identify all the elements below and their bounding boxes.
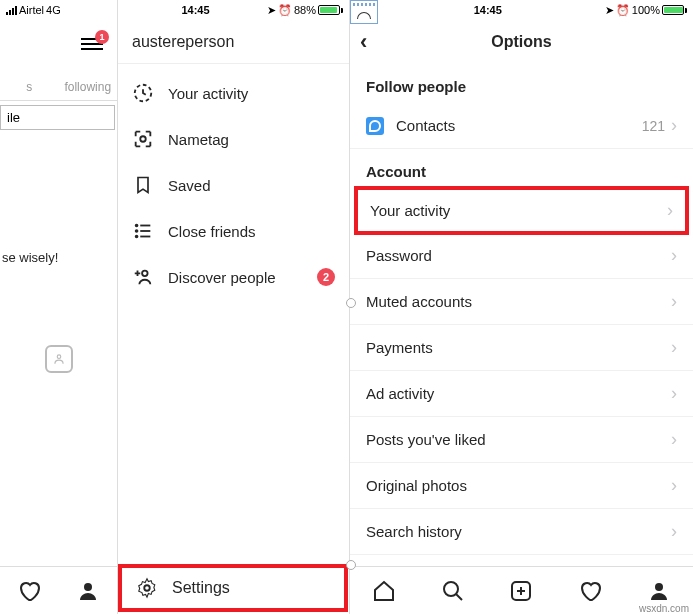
divider-handle xyxy=(346,298,356,308)
battery-pct: 100% xyxy=(632,4,660,16)
row-search-history[interactable]: Search history › xyxy=(350,509,693,555)
alarm-icon: ⏰ xyxy=(616,4,630,17)
chevron-right-icon: › xyxy=(671,245,677,266)
row-label: Password xyxy=(366,247,671,264)
row-label: Ad activity xyxy=(366,385,671,402)
search-icon[interactable] xyxy=(441,579,465,603)
menu-nametag[interactable]: Nametag xyxy=(118,116,349,162)
partial-input[interactable]: ile xyxy=(0,105,115,130)
nav-arrow-icon: ➤ xyxy=(605,4,614,17)
add-post-icon[interactable] xyxy=(509,579,533,603)
menu-label: Discover people xyxy=(168,269,276,286)
home-icon[interactable] xyxy=(372,579,396,603)
chevron-right-icon: › xyxy=(671,337,677,358)
row-password[interactable]: Password › xyxy=(350,233,693,279)
status-bar: Airtel 4G xyxy=(0,0,117,20)
row-muted-accounts[interactable]: Muted accounts › xyxy=(350,279,693,325)
back-chevron-icon[interactable]: ‹ xyxy=(360,29,367,55)
tagged-photos-icon[interactable] xyxy=(45,345,73,373)
tab-left[interactable]: s xyxy=(0,74,59,101)
activity-icon xyxy=(132,82,154,104)
menu-label: Close friends xyxy=(168,223,256,240)
options-header: ‹ Options xyxy=(350,20,693,64)
bio-text: se wisely! xyxy=(0,250,117,265)
row-posts-liked[interactable]: Posts you've liked › xyxy=(350,417,693,463)
row-label: Payments xyxy=(366,339,671,356)
profile-icon[interactable] xyxy=(76,579,100,603)
svg-point-1 xyxy=(84,583,92,591)
svg-point-8 xyxy=(444,582,458,596)
page-title: Options xyxy=(491,33,551,51)
svg-point-10 xyxy=(655,583,663,591)
section-account: Account xyxy=(350,149,693,188)
menu-label: Saved xyxy=(168,177,211,194)
battery-pct: 88% xyxy=(294,4,316,16)
hamburger-menu-button[interactable]: 1 xyxy=(81,35,103,49)
heart-icon[interactable] xyxy=(17,579,41,603)
status-bar: 4G 14:45 ➤ ⏰ 100% xyxy=(350,0,693,20)
svg-point-6 xyxy=(136,236,138,238)
nametag-icon xyxy=(132,128,154,150)
chevron-right-icon: › xyxy=(671,475,677,496)
profile-tabs: s following xyxy=(0,74,117,101)
menu-close-friends[interactable]: Close friends xyxy=(118,208,349,254)
chevron-right-icon: › xyxy=(671,521,677,542)
carrier-label: Airtel xyxy=(19,4,44,16)
clock: 14:45 xyxy=(474,4,502,16)
heart-icon[interactable] xyxy=(578,579,602,603)
contacts-count: 121 xyxy=(642,118,665,134)
battery-icon xyxy=(318,5,343,15)
nav-arrow-icon: ➤ xyxy=(267,4,276,17)
svg-point-11 xyxy=(144,585,150,591)
row-label: Contacts xyxy=(396,117,642,134)
row-label: Posts you've liked xyxy=(366,431,671,448)
row-label: Muted accounts xyxy=(366,293,671,310)
signal-icon xyxy=(6,6,17,15)
discover-badge: 2 xyxy=(317,268,335,286)
row-label: Your activity xyxy=(370,202,667,219)
settings-gear-icon xyxy=(136,577,158,599)
row-contacts[interactable]: Contacts 121 › xyxy=(350,103,693,149)
tab-following[interactable]: following xyxy=(59,74,118,101)
battery-icon xyxy=(662,5,687,15)
watermark: wsxdn.com xyxy=(639,603,689,614)
overlay-app-badge xyxy=(350,0,378,24)
chevron-right-icon: › xyxy=(671,429,677,450)
chevron-right-icon: › xyxy=(667,200,673,221)
chevron-right-icon: › xyxy=(671,115,677,136)
network-label: 4G xyxy=(46,4,61,16)
row-label: Search history xyxy=(366,523,671,540)
menu-settings[interactable]: Settings xyxy=(118,564,348,612)
divider-handle xyxy=(346,560,356,570)
row-ad-activity[interactable]: Ad activity › xyxy=(350,371,693,417)
profile-icon[interactable] xyxy=(647,579,671,603)
row-original-photos[interactable]: Original photos › xyxy=(350,463,693,509)
menu-saved[interactable]: Saved xyxy=(118,162,349,208)
clock: 14:45 xyxy=(124,4,267,16)
row-label: Original photos xyxy=(366,477,671,494)
notification-badge: 1 xyxy=(95,30,109,44)
section-follow-people: Follow people xyxy=(350,64,693,103)
close-friends-icon xyxy=(132,220,154,242)
menu-label: Your activity xyxy=(168,85,248,102)
username-header: austereperson xyxy=(118,20,349,64)
settings-label: Settings xyxy=(172,579,230,597)
menu-discover-people[interactable]: Discover people 2 xyxy=(118,254,349,300)
svg-point-7 xyxy=(142,271,148,277)
contacts-icon xyxy=(366,117,384,135)
row-your-activity[interactable]: Your activity › xyxy=(354,186,689,235)
svg-point-0 xyxy=(57,355,61,359)
menu-your-activity[interactable]: Your activity xyxy=(118,70,349,116)
bookmark-icon xyxy=(132,174,154,196)
row-payments[interactable]: Payments › xyxy=(350,325,693,371)
chevron-right-icon: › xyxy=(671,291,677,312)
bottom-nav xyxy=(0,566,117,614)
menu-label: Nametag xyxy=(168,131,229,148)
svg-point-4 xyxy=(136,225,138,227)
chevron-right-icon: › xyxy=(671,383,677,404)
svg-point-3 xyxy=(140,136,146,142)
alarm-icon: ⏰ xyxy=(278,4,292,17)
discover-people-icon xyxy=(132,266,154,288)
status-bar: 14:45 ➤ ⏰ 88% xyxy=(118,0,349,20)
svg-point-5 xyxy=(136,230,138,232)
